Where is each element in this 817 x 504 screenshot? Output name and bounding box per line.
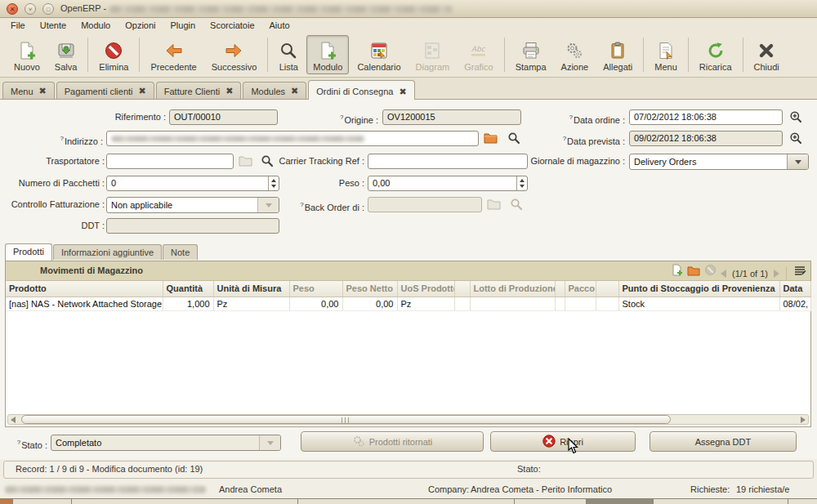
- menu-modulo[interactable]: Modulo: [74, 20, 118, 31]
- giornale-label: Giornale di magazzino :: [526, 154, 625, 168]
- diagram-icon: [422, 40, 442, 61]
- data-ordine-field[interactable]: 07/02/2012 18:06:38: [629, 109, 783, 125]
- col-data[interactable]: Data: [779, 281, 810, 297]
- movimenti-panel: Movimenti di Magazzino (1/1 of 1): [5, 261, 811, 427]
- riapri-button[interactable]: Riapri: [490, 431, 636, 452]
- window-maximize-button[interactable]: □: [42, 3, 54, 15]
- origine-field[interactable]: OV1200015: [382, 109, 521, 125]
- date-picker-zoom-icon[interactable]: [789, 110, 804, 123]
- col-lotto-di-produzione[interactable]: Lotto di Produzione: [470, 281, 555, 297]
- search-record-icon[interactable]: [507, 132, 522, 145]
- close-tab-button[interactable]: Chiudi: [748, 35, 786, 74]
- window-close-button[interactable]: ✕: [7, 3, 18, 15]
- combo-arrow-icon: [257, 198, 279, 212]
- next-button[interactable]: Successivo: [205, 35, 264, 74]
- tab-fatture-clienti[interactable]: Fatture Clienti✖: [156, 82, 242, 99]
- form-view-button[interactable]: Modulo: [306, 35, 349, 74]
- riferimento-field[interactable]: OUT/00010: [169, 109, 278, 125]
- switch-view-icon[interactable]: [793, 264, 806, 283]
- trasportatore-field[interactable]: [106, 154, 234, 169]
- toolbar: Nuovo Salva Elimina Precedente Successiv…: [0, 33, 817, 78]
- tab-modules[interactable]: Modules✖: [243, 82, 306, 99]
- pager-label: (1/1 of 1): [730, 267, 770, 280]
- tab-ordini-di-consegna[interactable]: Ordini di Consegna✖: [308, 80, 414, 100]
- tab-close-icon[interactable]: ✖: [291, 86, 298, 96]
- controllo-fatturazione-combo[interactable]: Non applicabile: [106, 197, 279, 213]
- scroll-right-icon[interactable]: [801, 417, 806, 423]
- data-prevista-field[interactable]: 09/02/2012 18:06:38: [629, 131, 783, 146]
- col-peso-netto[interactable]: Peso Netto: [342, 281, 397, 297]
- col-spacer: [454, 281, 470, 297]
- new-line-icon[interactable]: [671, 264, 683, 283]
- new-button[interactable]: Nuovo: [7, 35, 47, 74]
- clipboard-icon: [608, 40, 627, 61]
- tab-pagamenti-clienti[interactable]: Pagamenti clienti✖: [56, 82, 154, 99]
- menu-opzioni[interactable]: Opzioni: [118, 20, 163, 31]
- trasportatore-label: Trasportatore :: [20, 154, 105, 168]
- pager-next-icon[interactable]: [774, 270, 779, 278]
- requests-value[interactable]: 19 richiesta/e: [736, 484, 789, 494]
- menu-utente[interactable]: Utente: [33, 20, 74, 31]
- svg-text:Abc: Abc: [471, 45, 486, 53]
- menu-plugin[interactable]: Plugin: [163, 20, 203, 31]
- previous-button[interactable]: Precedente: [144, 35, 203, 74]
- indirizzo-label: ?Indirizzo :: [21, 132, 103, 145]
- pager-previous-icon[interactable]: [721, 270, 726, 278]
- ddt-field[interactable]: [106, 218, 279, 234]
- list-view-button[interactable]: Lista: [272, 35, 305, 74]
- menu-scorciatoie[interactable]: Scorciatoie: [203, 20, 261, 31]
- arrow-left-icon: [164, 40, 184, 61]
- search-icon: [279, 40, 298, 61]
- action-button[interactable]: Azione: [555, 35, 596, 74]
- goto-menu-button[interactable]: Menu: [648, 35, 684, 74]
- delete-button[interactable]: Elimina: [92, 35, 135, 74]
- carrier-tracking-field[interactable]: [368, 154, 528, 169]
- window-minimize-button[interactable]: ˅: [25, 3, 36, 15]
- menu-file[interactable]: File: [3, 20, 33, 31]
- scrollbar-thumb[interactable]: [21, 415, 671, 424]
- record-status: Record: 1 / 9 di 9 - Modifica documento …: [16, 464, 203, 474]
- controllo-fatturazione-label: Controllo Fatturazione :: [3, 198, 105, 212]
- col-pacco[interactable]: Pacco: [565, 281, 596, 297]
- col-unita-di-misura[interactable]: Unità di Misura: [213, 281, 289, 297]
- tab-close-icon[interactable]: ✖: [39, 86, 47, 96]
- print-button[interactable]: Stampa: [509, 35, 553, 74]
- window-title: OpenERP -: [60, 3, 106, 13]
- screen-tab-strip: Menu✖ Pagamenti clienti✖ Fatture Clienti…: [0, 78, 817, 100]
- col-punto-di-stoccaggio[interactable]: Punto di Stoccaggio di Provenienza: [618, 281, 779, 297]
- tab-close-icon[interactable]: ✖: [399, 87, 406, 97]
- attachments-button[interactable]: Allegati: [596, 35, 639, 74]
- stato-combo[interactable]: Completato: [51, 435, 281, 451]
- peso-label: Peso :: [322, 176, 364, 190]
- col-peso[interactable]: Peso: [289, 281, 342, 297]
- giornale-combo[interactable]: Delivery Orders: [629, 154, 809, 170]
- tab-close-icon[interactable]: ✖: [225, 86, 233, 96]
- open-resource-folder-icon[interactable]: [484, 132, 498, 145]
- reload-button[interactable]: Ricarica: [693, 35, 739, 74]
- horizontal-scrollbar[interactable]: [7, 414, 809, 425]
- tab-menu[interactable]: Menu✖: [2, 82, 55, 99]
- date-picker-zoom-icon[interactable]: [789, 132, 804, 145]
- menu-aiuto[interactable]: Aiuto: [262, 20, 297, 31]
- toolbar-separator: [87, 38, 88, 72]
- assegna-ddt-button[interactable]: Assegna DDT: [650, 431, 797, 452]
- spinner-control[interactable]: [516, 176, 527, 190]
- scroll-left-icon[interactable]: [11, 417, 16, 423]
- save-button[interactable]: Salva: [48, 35, 84, 74]
- tab-note[interactable]: Note: [163, 244, 198, 260]
- col-prodotto[interactable]: Prodotto: [6, 281, 163, 297]
- combo-arrow-icon[interactable]: [787, 154, 808, 169]
- calendar-view-button[interactable]: Calendario: [350, 35, 407, 74]
- col-uos-prodotto[interactable]: UoS Prodotto: [397, 281, 454, 297]
- spinner-control[interactable]: [268, 176, 279, 190]
- stato-label: ?Stato :: [8, 435, 47, 449]
- tab-informazioni-aggiuntive[interactable]: Informazioni aggiuntive: [53, 244, 162, 260]
- col-quantita[interactable]: Quantità: [163, 281, 213, 297]
- table-row[interactable]: [nas] NAS - Network Attached Storage 1,0…: [6, 297, 810, 310]
- tab-close-icon[interactable]: ✖: [139, 86, 146, 96]
- tab-prodotti[interactable]: Prodotti: [5, 243, 52, 261]
- open-line-folder-icon[interactable]: [687, 264, 700, 283]
- peso-field[interactable]: 0,00: [368, 176, 528, 191]
- numero-pacchetti-field[interactable]: 0: [106, 176, 279, 191]
- indirizzo-field[interactable]: [106, 131, 479, 146]
